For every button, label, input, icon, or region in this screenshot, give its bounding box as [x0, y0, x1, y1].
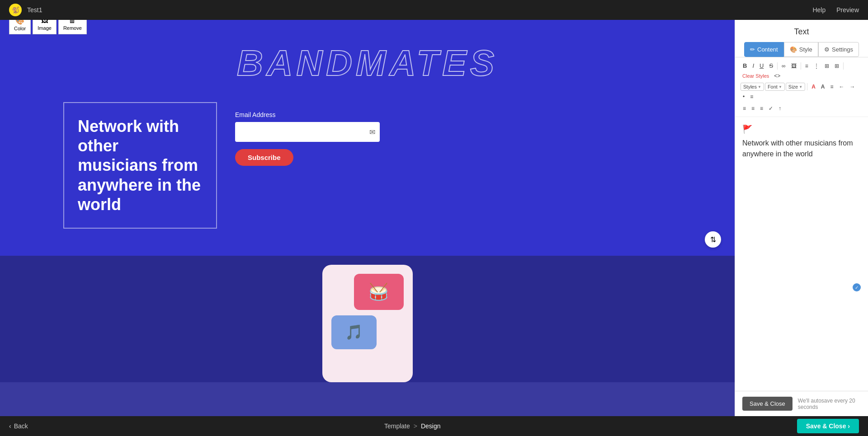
image-insert-button[interactable]: 🖼: [789, 61, 799, 70]
align-left-button[interactable]: ≡: [828, 82, 836, 91]
cursor-check-icon: ✓: [855, 285, 859, 290]
nav-right: Help Preview: [812, 6, 859, 14]
strikethrough-button[interactable]: S: [767, 61, 775, 70]
image-icon: 🖼: [41, 20, 48, 24]
canvas-toolbar: 🎨 Color 🖼 Image 🗑 Remove: [9, 20, 87, 34]
bold-button[interactable]: B: [741, 61, 749, 70]
autosave-text: We'll autosave every 20 seconds: [798, 398, 861, 410]
lower-section: 🥁 🎵: [0, 256, 735, 382]
tab-content[interactable]: ✏ Content: [744, 42, 784, 57]
font-dropdown-arrow: ▼: [778, 85, 782, 89]
right-panel: Text ✏ Content 🎨 Style ⚙ Settings: [735, 20, 868, 416]
editor-text[interactable]: Network with other musicians from anywhe…: [742, 138, 861, 159]
tab-style[interactable]: 🎨 Style: [784, 42, 818, 57]
email-input[interactable]: [235, 122, 380, 142]
code-view-button[interactable]: <>: [772, 71, 783, 80]
style-tab-icon: 🎨: [790, 46, 797, 53]
breadcrumb: Template > Design: [384, 422, 441, 430]
text-box-content: Network with other musicians from anywhe…: [78, 117, 203, 214]
breadcrumb-separator: >: [414, 422, 417, 430]
chat-bubble-1: 🥁: [354, 274, 404, 310]
strike-icon: S: [769, 62, 773, 69]
toolbar-section: B I U S ∞ 🖼 ≡ ⋮ ⊞ ⊞ Cle: [735, 57, 868, 117]
indent-less-button[interactable]: ←: [837, 82, 847, 91]
separator-2: [801, 62, 801, 70]
tab-settings[interactable]: ⚙ Settings: [818, 42, 859, 57]
hero-content: Network with other musicians from anywhe…: [27, 102, 708, 229]
remove-label: Remove: [63, 25, 82, 31]
table-button[interactable]: ⊞: [822, 61, 831, 70]
size-dropdown[interactable]: Size ▼: [786, 83, 805, 91]
image-tool-button[interactable]: 🖼 Image: [33, 20, 57, 34]
drum-icon: 🥁: [368, 282, 389, 301]
mailchimp-logo: 🐒: [9, 4, 22, 16]
toolbar-row-3: ≡ ≡ ≡ ✓ ↑: [741, 103, 863, 113]
link-button[interactable]: ∞: [779, 61, 788, 70]
breadcrumb-active: Design: [421, 422, 441, 430]
underline-button[interactable]: U: [757, 61, 766, 70]
font-dropdown[interactable]: Font ▼: [765, 83, 785, 91]
email-form: Email Address ✉ Subscribe: [235, 102, 380, 166]
email-label: Email Address: [235, 111, 380, 118]
chat-bubble-2: 🎵: [331, 315, 377, 349]
align-center[interactable]: ≡: [749, 104, 757, 113]
save-close-green-button[interactable]: Save & Close ›: [797, 419, 859, 433]
panel-tabs: ✏ Content 🎨 Style ⚙ Settings: [744, 42, 859, 57]
hero-title: BANDMATES: [27, 42, 708, 84]
ordered-list-button[interactable]: ≡: [803, 61, 811, 70]
more-button[interactable]: ⊞: [832, 61, 841, 70]
help-link[interactable]: Help: [812, 6, 826, 14]
color-icon: 🎨: [15, 20, 24, 25]
list-button[interactable]: ≡: [748, 92, 755, 101]
image-label: Image: [38, 25, 52, 31]
color-label: Color: [14, 26, 26, 31]
styles-dropdown[interactable]: Styles ▼: [741, 83, 764, 91]
app-title: Test1: [27, 6, 42, 14]
up-button[interactable]: ↑: [776, 104, 783, 113]
text-box[interactable]: Network with other musicians from anywhe…: [63, 102, 217, 229]
panel-title: Text: [744, 27, 859, 37]
back-arrow-icon: ‹: [9, 422, 11, 430]
align-left-2[interactable]: ≡: [741, 104, 748, 113]
settings-tab-icon: ⚙: [824, 46, 830, 53]
styles-dropdown-arrow: ▼: [758, 85, 761, 89]
email-icon: ✉: [369, 128, 375, 136]
save-close-button[interactable]: Save & Close: [742, 397, 793, 411]
text-color-button[interactable]: A: [809, 82, 818, 91]
back-button[interactable]: ‹ Back: [9, 422, 28, 430]
content-tab-icon: ✏: [750, 46, 755, 53]
align-right[interactable]: ≡: [758, 104, 765, 113]
separator-1: [777, 62, 778, 70]
breadcrumb-template: Template: [384, 422, 410, 430]
bottom-bar: ‹ Back Template > Design Save & Close ›: [0, 416, 868, 436]
hero-section: BANDMATES Network with other musicians f…: [0, 20, 735, 256]
color-tool-button[interactable]: 🎨 Color: [9, 20, 31, 34]
bg-color-button[interactable]: A: [819, 82, 827, 91]
remove-icon: 🗑: [69, 20, 76, 24]
flute-icon: 🎵: [345, 323, 363, 341]
unordered-list-button[interactable]: ⋮: [811, 61, 821, 70]
editor-cursor: ✓: [853, 283, 861, 291]
canvas-area: BANDMATES Network with other musicians f…: [0, 20, 735, 416]
bullet-button[interactable]: •: [741, 92, 747, 101]
separator-3: [843, 62, 844, 70]
preview-link[interactable]: Preview: [836, 6, 859, 14]
clear-styles-button[interactable]: Clear Styles: [741, 72, 771, 80]
underline-icon: U: [760, 62, 764, 69]
remove-tool-button[interactable]: 🗑 Remove: [58, 20, 87, 34]
editor-content: 🚩 Network with other musicians from anyw…: [735, 117, 868, 391]
toolbar-row-2: Styles ▼ Font ▼ Size ▼ A A ≡ ← → • ≡: [741, 82, 863, 101]
toolbar-row-1: B I U S ∞ 🖼 ≡ ⋮ ⊞ ⊞ Cle: [741, 61, 863, 80]
check-button[interactable]: ✓: [766, 104, 775, 113]
main-layout: BANDMATES Network with other musicians f…: [0, 20, 868, 416]
panel-footer: Save & Close We'll autosave every 20 sec…: [735, 391, 868, 416]
italic-button[interactable]: I: [750, 61, 756, 70]
indent-more-button[interactable]: →: [848, 82, 858, 91]
nav-left: 🐒 Test1: [9, 4, 42, 16]
top-nav: 🐒 Test1 Help Preview: [0, 0, 868, 20]
phone-mockup: 🥁 🎵: [322, 265, 413, 382]
scroll-indicator[interactable]: ⇅: [705, 231, 721, 248]
flag-icon: 🚩: [742, 124, 861, 134]
subscribe-button[interactable]: Subscribe: [235, 149, 293, 166]
separator-4: [807, 83, 807, 90]
